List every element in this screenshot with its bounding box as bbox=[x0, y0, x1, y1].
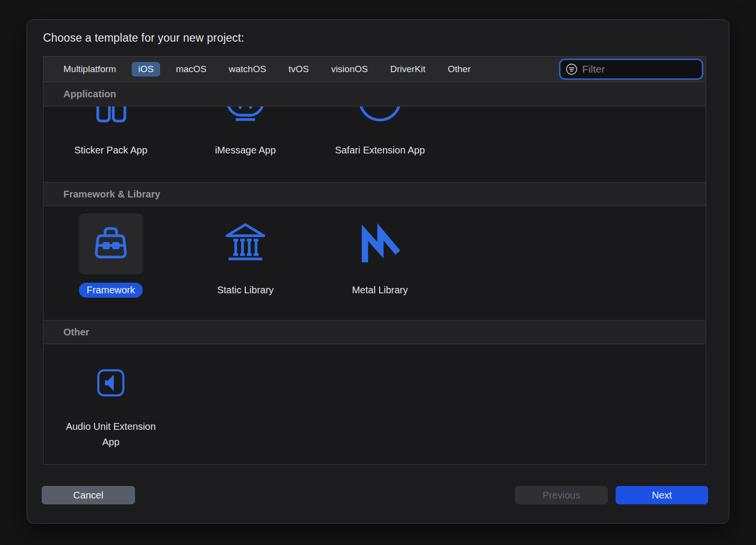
filter-field[interactable] bbox=[559, 59, 703, 80]
next-button[interactable]: Next bbox=[616, 486, 708, 504]
template-label: Sticker Pack App bbox=[74, 142, 147, 158]
tab-driverkit[interactable]: DriverKit bbox=[383, 62, 432, 76]
new-project-template-dialog: Choose a template for your new project: … bbox=[27, 19, 729, 524]
other-templates-row: Audio Unit Extension App bbox=[44, 344, 706, 464]
metal-m-icon bbox=[348, 213, 412, 274]
imessage-bubble-icon bbox=[221, 106, 270, 123]
cancel-button[interactable]: Cancel bbox=[42, 486, 135, 504]
platform-tab-bar: Multiplatform iOS macOS watchOS tvOS vis… bbox=[43, 56, 706, 82]
framework-templates-row: Framework bbox=[44, 206, 706, 320]
tab-other[interactable]: Other bbox=[441, 62, 478, 76]
dialog-button-row: Cancel Previous Next bbox=[42, 486, 708, 504]
bank-columns-icon bbox=[213, 213, 277, 274]
previous-button[interactable]: Previous bbox=[515, 486, 608, 504]
template-label: Audio Unit Extension App bbox=[64, 419, 158, 450]
safari-compass-icon bbox=[356, 106, 404, 123]
template-label-selected: Framework bbox=[79, 283, 143, 298]
filter-circle-icon bbox=[565, 63, 578, 76]
template-scroll-area[interactable]: Application Sticker Pack App bbox=[43, 82, 706, 465]
template-item-sticker-pack-app[interactable]: Sticker Pack App bbox=[44, 106, 178, 182]
tab-ios[interactable]: iOS bbox=[132, 62, 161, 76]
tab-watchos[interactable]: watchOS bbox=[222, 62, 273, 76]
template-label: Safari Extension App bbox=[335, 142, 425, 158]
template-label: Metal Library bbox=[352, 282, 408, 298]
section-title: Other bbox=[63, 327, 89, 338]
section-header-other: Other bbox=[44, 320, 706, 344]
sticker-pack-icon bbox=[87, 106, 135, 123]
template-label: Static Library bbox=[217, 282, 274, 298]
section-title: Application bbox=[63, 89, 116, 100]
toolbox-icon bbox=[79, 213, 143, 274]
section-title: Framework & Library bbox=[63, 189, 160, 200]
tab-macos[interactable]: macOS bbox=[169, 62, 213, 76]
tab-multiplatform[interactable]: Multiplatform bbox=[57, 62, 123, 76]
section-header-framework-library: Framework & Library bbox=[44, 182, 706, 206]
tab-tvos[interactable]: tvOS bbox=[282, 62, 316, 76]
template-item-imessage-app[interactable]: iMessage App bbox=[178, 106, 313, 182]
speaker-icon bbox=[92, 364, 129, 401]
template-item-safari-extension-app[interactable]: Safari Extension App bbox=[313, 106, 447, 182]
template-item-static-library[interactable]: Static Library bbox=[178, 206, 313, 320]
dialog-title: Choose a template for your new project: bbox=[43, 31, 244, 45]
filter-input[interactable] bbox=[582, 63, 697, 75]
template-item-framework[interactable]: Framework bbox=[44, 206, 178, 320]
tab-visionos[interactable]: visionOS bbox=[324, 62, 375, 76]
template-label: iMessage App bbox=[215, 142, 276, 158]
section-header-application: Application bbox=[44, 82, 706, 106]
application-templates-row: Sticker Pack App iMessage App bbox=[44, 106, 706, 182]
template-item-metal-library[interactable]: Metal Library bbox=[313, 206, 447, 320]
template-item-audio-unit-extension-app[interactable]: Audio Unit Extension App bbox=[44, 344, 178, 464]
